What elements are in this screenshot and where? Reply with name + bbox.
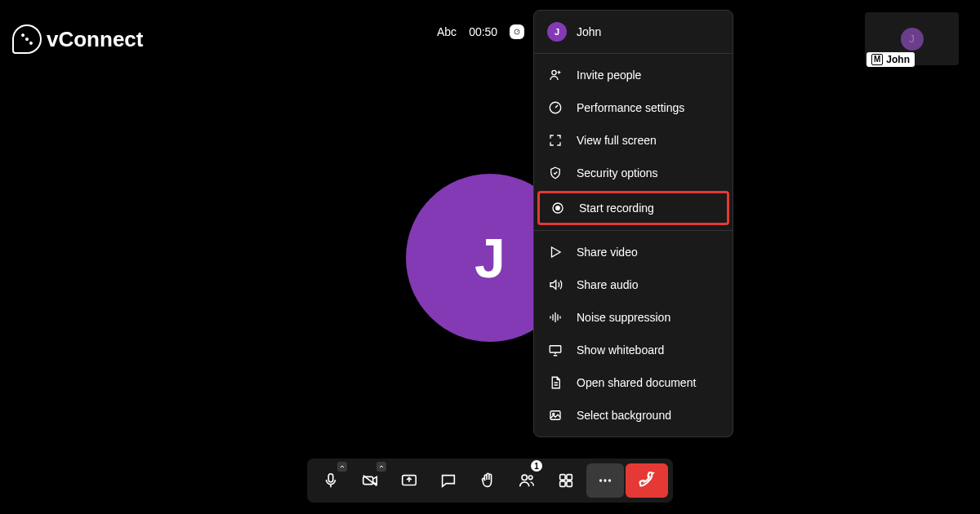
svg-rect-16: [567, 481, 572, 486]
participant-name-label: M John: [866, 52, 915, 67]
microphone-button[interactable]: [312, 463, 350, 498]
menu-item-invite-people[interactable]: Invite people: [534, 59, 733, 91]
tile-view-button[interactable]: [547, 463, 585, 498]
mic-options-chevron[interactable]: [337, 462, 347, 472]
menu-item-label: Show whiteboard: [577, 343, 664, 357]
performance-button[interactable]: [510, 24, 524, 39]
menu-item-label: Start recording: [579, 202, 654, 215]
person-add-icon: [547, 67, 564, 83]
menu-item-label: Share video: [577, 246, 638, 259]
svg-point-12: [528, 476, 532, 480]
menu-item-select-background[interactable]: Select background: [534, 399, 733, 432]
play-icon: [547, 244, 564, 260]
menu-item-label: Security options: [577, 166, 658, 179]
menu-item-whiteboard[interactable]: Show whiteboard: [534, 334, 733, 366]
menu-item-label: Performance settings: [577, 101, 684, 114]
shield-icon: [547, 165, 564, 181]
menu-item-label: Noise suppression: [577, 311, 670, 324]
svg-point-19: [608, 479, 611, 481]
menu-item-label: Open shared document: [577, 376, 696, 389]
document-icon: [547, 374, 564, 391]
menu-item-label: Invite people: [577, 69, 641, 82]
hangup-button[interactable]: [626, 463, 668, 498]
raise-hand-button[interactable]: [469, 463, 506, 498]
menu-item-share-video[interactable]: Share video: [534, 236, 733, 268]
menu-item-share-audio[interactable]: Share audio: [534, 268, 733, 301]
brand-logo: vConnect: [12, 24, 143, 54]
chat-button[interactable]: [430, 463, 467, 498]
screenshare-button[interactable]: [390, 463, 428, 498]
mute-badge: M: [871, 54, 883, 65]
gauge-icon: [547, 100, 564, 116]
fullscreen-icon: [547, 132, 564, 148]
logo-bubble-icon: [12, 24, 42, 54]
menu-item-security[interactable]: Security options: [534, 157, 733, 189]
menu-item-label: Select background: [577, 409, 671, 422]
call-toolbar: 1: [307, 459, 673, 503]
menu-item-fullscreen[interactable]: View full screen: [534, 124, 733, 157]
more-actions-menu: J John Invite people Performance setting…: [533, 10, 733, 437]
menu-item-noise-suppression[interactable]: Noise suppression: [534, 301, 733, 334]
menu-item-label: View full screen: [577, 134, 657, 147]
more-actions-button[interactable]: [586, 463, 624, 498]
svg-rect-8: [328, 474, 333, 482]
top-status-bar: Abc 00:50: [437, 24, 524, 39]
brand-name: vConnect: [47, 27, 143, 52]
speaker-icon: [547, 277, 564, 293]
participants-count-badge: 1: [531, 460, 542, 472]
menu-item-shared-document[interactable]: Open shared document: [534, 366, 733, 399]
mode-label: Abc: [437, 25, 457, 38]
svg-point-18: [604, 479, 606, 481]
waveform-icon: [547, 309, 564, 326]
menu-username: John: [577, 25, 601, 38]
menu-item-start-recording[interactable]: Start recording: [537, 191, 729, 225]
presentation-icon: [547, 342, 564, 358]
participants-button[interactable]: 1: [508, 463, 546, 498]
menu-user-avatar: J: [547, 22, 567, 42]
svg-point-17: [599, 479, 602, 481]
svg-rect-15: [560, 481, 565, 486]
svg-point-11: [522, 475, 527, 480]
svg-point-1: [552, 70, 556, 74]
participant-avatar: J: [901, 28, 924, 51]
participant-tile[interactable]: J M John: [865, 12, 959, 65]
svg-rect-13: [560, 475, 565, 480]
menu-header: J John: [534, 11, 733, 54]
menu-divider: [534, 230, 733, 231]
svg-point-4: [556, 206, 560, 210]
image-icon: [547, 407, 564, 423]
svg-rect-14: [567, 475, 572, 480]
camera-options-chevron[interactable]: [376, 462, 386, 472]
camera-button[interactable]: [351, 463, 389, 498]
svg-rect-9: [363, 476, 373, 484]
call-timer: 00:50: [469, 25, 497, 38]
svg-rect-5: [550, 346, 561, 352]
record-icon: [550, 200, 566, 216]
menu-item-label: Share audio: [577, 278, 639, 291]
menu-item-performance-settings[interactable]: Performance settings: [534, 91, 733, 124]
